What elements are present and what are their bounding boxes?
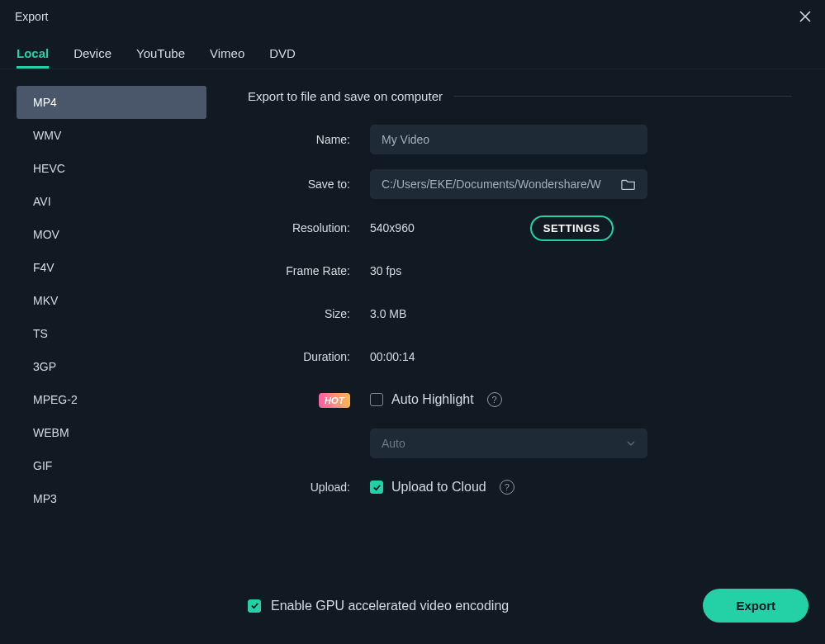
section-title: Export to file and save on computer [248, 89, 792, 103]
footer: Enable GPU accelerated video encoding Ex… [0, 575, 825, 644]
auto-highlight-label: Auto Highlight [391, 392, 474, 407]
format-sidebar: MP4 WMV HEVC AVI MOV F4V MKV TS 3GP MPEG… [0, 69, 206, 575]
framerate-label: Frame Rate: [248, 264, 355, 277]
chevron-down-icon [626, 438, 636, 448]
size-value: 3.0 MB [370, 307, 406, 320]
format-mp4[interactable]: MP4 [17, 86, 206, 119]
format-gif[interactable]: GIF [17, 449, 206, 482]
name-label: Name: [248, 133, 355, 146]
format-mov[interactable]: MOV [17, 218, 206, 251]
format-mpeg2[interactable]: MPEG-2 [17, 383, 206, 416]
main-panel: Export to file and save on computer Name… [206, 69, 825, 575]
format-avi[interactable]: AVI [17, 185, 206, 218]
gpu-label: Enable GPU accelerated video encoding [271, 599, 509, 613]
name-input[interactable]: My Video [370, 125, 647, 154]
close-icon [799, 11, 811, 22]
framerate-value: 30 fps [370, 264, 401, 277]
tab-youtube[interactable]: YouTube [136, 41, 185, 69]
window-title: Export [15, 10, 48, 23]
section-title-text: Export to file and save on computer [248, 89, 443, 103]
tabs-bar: Local Device YouTube Vimeo DVD [0, 31, 825, 69]
auto-highlight-checkbox[interactable] [370, 393, 383, 406]
format-webm[interactable]: WEBM [17, 416, 206, 449]
tab-device[interactable]: Device [73, 41, 111, 69]
export-button[interactable]: Export [703, 589, 808, 623]
upload-cloud-label: Upload to Cloud [391, 480, 486, 495]
help-icon[interactable]: ? [500, 480, 514, 495]
tab-vimeo[interactable]: Vimeo [210, 41, 244, 69]
format-ts[interactable]: TS [17, 317, 206, 350]
duration-value: 00:00:14 [370, 350, 415, 363]
format-mp3[interactable]: MP3 [17, 482, 206, 515]
name-input-value: My Video [382, 133, 429, 146]
check-icon [250, 601, 259, 610]
upload-cloud-checkbox[interactable] [370, 481, 383, 494]
tab-local[interactable]: Local [17, 41, 49, 69]
settings-button[interactable]: SETTINGS [530, 215, 614, 241]
titlebar: Export [0, 0, 825, 31]
check-icon [372, 483, 382, 492]
auto-highlight-select[interactable]: Auto [370, 429, 647, 458]
hot-badge: HOT [319, 393, 350, 408]
format-wmv[interactable]: WMV [17, 119, 206, 152]
format-hevc[interactable]: HEVC [17, 152, 206, 185]
resolution-label: Resolution: [248, 221, 355, 234]
format-mkv[interactable]: MKV [17, 284, 206, 317]
gpu-checkbox[interactable] [248, 599, 261, 613]
close-button[interactable] [795, 7, 815, 26]
tab-dvd[interactable]: DVD [269, 41, 296, 69]
format-f4v[interactable]: F4V [17, 251, 206, 284]
duration-label: Duration: [248, 350, 355, 363]
format-3gp[interactable]: 3GP [17, 350, 206, 383]
saveto-label: Save to: [248, 178, 355, 191]
resolution-value: 540x960 [370, 221, 415, 234]
saveto-path: C:/Users/EKE/Documents/Wondershare/W [382, 178, 614, 191]
upload-label: Upload: [248, 481, 355, 494]
folder-icon[interactable] [621, 177, 636, 192]
auto-highlight-select-value: Auto [382, 437, 405, 450]
size-label: Size: [248, 307, 355, 320]
saveto-input[interactable]: C:/Users/EKE/Documents/Wondershare/W [370, 169, 647, 199]
help-icon[interactable]: ? [487, 392, 502, 407]
section-divider [454, 96, 792, 97]
